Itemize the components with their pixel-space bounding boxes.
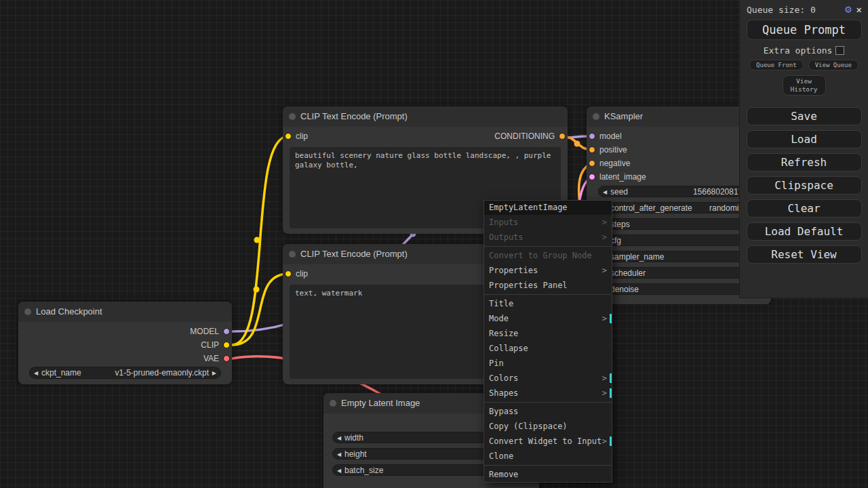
input-slot-label: model: [599, 131, 622, 141]
collapse-dot[interactable]: [289, 251, 296, 258]
widget-name: batch_size: [344, 466, 383, 475]
load-default-button[interactable]: Load Default: [747, 222, 862, 241]
reset-view-button[interactable]: Reset View: [747, 245, 862, 264]
collapse-dot[interactable]: [24, 308, 31, 315]
input-slot-positive[interactable]: [589, 146, 595, 153]
menu-item-properties[interactable]: Properties>: [484, 263, 612, 278]
submenu-arrow-icon: >: [602, 263, 607, 278]
output-slot-conditioning[interactable]: [559, 133, 566, 140]
queue-size-label: Queue size: 0: [747, 5, 840, 15]
menu-item-bypass[interactable]: Bypass: [484, 404, 612, 419]
node-title: Load Checkpoint: [36, 306, 102, 317]
menu-item-remove[interactable]: Remove: [484, 467, 612, 482]
menu-item-copy-clipspace[interactable]: Copy (Clipspace): [484, 419, 612, 434]
output-slot-clip[interactable]: [223, 342, 230, 348]
widget-name: control_after_generate: [610, 203, 692, 213]
wire-clip-negative: [232, 274, 288, 345]
combo-prev-icon[interactable]: ◀: [34, 370, 38, 376]
collapse-dot[interactable]: [289, 113, 296, 120]
scheduler-widget[interactable]: ◀ scheduler: [598, 267, 760, 279]
node-load-checkpoint[interactable]: Load Checkpoint MODEL CLIP VAE ◀ ckpt_na…: [18, 302, 232, 384]
close-icon[interactable]: ✕: [856, 5, 862, 14]
combo-next-icon[interactable]: ▶: [212, 370, 216, 376]
input-slot-model[interactable]: [589, 133, 595, 140]
context-menu-title: EmptyLatentImage: [484, 201, 612, 215]
denoise-widget[interactable]: ◀ denoise: [598, 283, 760, 295]
widget-value: v1-5-pruned-emaonly.ckpt: [115, 368, 209, 378]
decrement-icon[interactable]: ◀: [337, 467, 341, 473]
extra-options-checkbox[interactable]: [835, 46, 844, 55]
save-button[interactable]: Save: [747, 107, 862, 125]
input-slot-label: clip: [296, 131, 308, 141]
node-title: CLIP Text Encode (Prompt): [300, 111, 408, 121]
queue-prompt-button[interactable]: Queue Prompt: [747, 20, 862, 40]
submenu-arrow-icon: >: [602, 371, 607, 386]
widget-name: denoise: [610, 285, 639, 294]
submenu-arrow-icon: >: [602, 434, 607, 449]
input-slot-clip[interactable]: [285, 270, 292, 277]
node-title-bar[interactable]: CLIP Text Encode (Prompt): [283, 106, 568, 127]
decrement-icon[interactable]: ◀: [603, 188, 607, 195]
menu-separator: [484, 465, 612, 466]
comfy-menu-panel: Queue size: 0 ⚙ ✕ Queue Prompt Extra opt…: [739, 0, 868, 298]
sampler-name-widget[interactable]: ◀ sampler_name: [598, 251, 760, 262]
output-slot-model[interactable]: [223, 328, 230, 335]
widget-name: steps: [610, 220, 630, 229]
input-slot-label: latent_image: [599, 172, 646, 182]
menu-item-collapse[interactable]: Collapse: [484, 341, 612, 356]
menu-item-shapes[interactable]: Shapes>: [484, 386, 612, 401]
link-midpoint-dot: [574, 141, 580, 147]
output-slot-label: CONDITIONING: [494, 131, 555, 141]
menu-item-colors[interactable]: Colors>: [484, 371, 612, 386]
menu-item-inputs: Inputs>: [484, 215, 612, 230]
load-button[interactable]: Load: [747, 130, 862, 148]
submenu-accent-bar: [610, 314, 612, 323]
menu-item-resize[interactable]: Resize: [484, 326, 612, 341]
node-title-bar[interactable]: Load Checkpoint: [18, 302, 232, 322]
steps-widget[interactable]: ◀ steps: [598, 218, 760, 230]
menu-separator: [484, 402, 612, 403]
settings-gear-icon[interactable]: ⚙: [845, 4, 852, 15]
refresh-button[interactable]: Refresh: [747, 153, 862, 171]
extra-options-label: Extra options: [764, 45, 833, 56]
menu-item-title[interactable]: Title: [484, 296, 612, 311]
menu-separator: [484, 246, 612, 247]
ckpt-name-combo-widget[interactable]: ◀ ckpt_name v1-5-pruned-emaonly.ckpt ▶: [29, 367, 221, 379]
submenu-arrow-icon: >: [602, 311, 607, 326]
control-after-generate-widget[interactable]: ◀ control_after_generate randomize: [598, 202, 760, 214]
collapse-dot[interactable]: [593, 113, 599, 120]
widget-name: width: [344, 433, 363, 443]
menu-item-mode[interactable]: Mode>: [484, 311, 612, 326]
menu-item-pin[interactable]: Pin: [484, 356, 612, 371]
cfg-widget[interactable]: ◀ cfg: [598, 235, 760, 246]
widget-name: ckpt_name: [41, 368, 81, 378]
view-queue-button[interactable]: View Queue: [808, 60, 859, 70]
submenu-arrow-icon: >: [602, 215, 607, 230]
clipspace-button[interactable]: Clipspace: [747, 176, 862, 195]
submenu-accent-bar: [610, 436, 612, 446]
widget-name: height: [344, 449, 367, 459]
submenu-accent-bar: [610, 388, 612, 398]
queue-front-button[interactable]: Queue Front: [749, 60, 804, 70]
menu-item-clone[interactable]: Clone: [484, 449, 612, 464]
view-history-button[interactable]: View History: [783, 75, 826, 96]
output-slot-vae[interactable]: [223, 355, 230, 362]
submenu-arrow-icon: >: [602, 230, 607, 245]
input-slot-negative[interactable]: [589, 160, 595, 167]
seed-widget[interactable]: ◀ seed 156680208175: [598, 186, 760, 197]
decrement-icon[interactable]: ◀: [337, 451, 341, 457]
input-slot-label: positive: [599, 145, 627, 155]
clear-button[interactable]: Clear: [747, 199, 862, 218]
collapse-dot[interactable]: [330, 400, 336, 407]
input-slot-latent-image[interactable]: [589, 174, 595, 180]
input-slot-clip[interactable]: [285, 133, 292, 140]
node-title: KSampler: [604, 111, 643, 121]
node-graph-canvas[interactable]: CLIP Text Encode (Prompt) clip CONDITION…: [0, 0, 868, 488]
menu-item-convert-widget-to-input[interactable]: Convert Widget to Input>: [484, 434, 612, 449]
menu-separator: [484, 294, 612, 295]
decrement-icon[interactable]: ◀: [337, 434, 341, 441]
output-slot-label: CLIP: [201, 340, 219, 350]
submenu-arrow-icon: >: [602, 386, 607, 401]
context-menu: EmptyLatentImage Inputs> Outputs> Conver…: [484, 200, 612, 483]
menu-item-properties-panel[interactable]: Properties Panel: [484, 278, 612, 293]
